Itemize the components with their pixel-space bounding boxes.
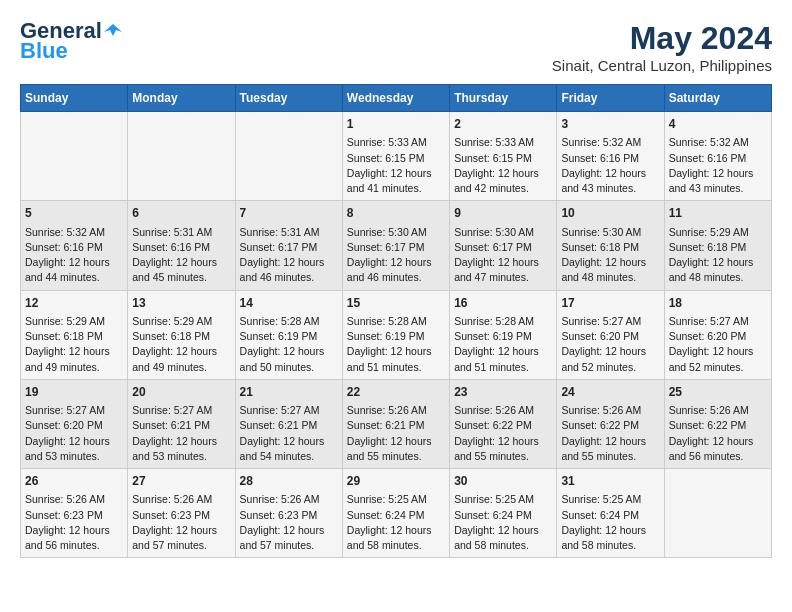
day-number: 16 <box>454 295 552 312</box>
cell-info-line: and 56 minutes. <box>669 449 767 464</box>
page-header: General Blue May 2024 Sinait, Central Lu… <box>20 20 772 74</box>
cell-info-line: Sunrise: 5:25 AM <box>454 492 552 507</box>
calendar-cell: 16Sunrise: 5:28 AMSunset: 6:19 PMDayligh… <box>450 290 557 379</box>
cell-info-line: Daylight: 12 hours <box>240 255 338 270</box>
cell-info-line: Sunset: 6:23 PM <box>240 508 338 523</box>
cell-info-line: and 56 minutes. <box>25 538 123 553</box>
cell-info-line: Daylight: 12 hours <box>347 344 445 359</box>
day-number: 1 <box>347 116 445 133</box>
day-number: 27 <box>132 473 230 490</box>
header-tuesday: Tuesday <box>235 85 342 112</box>
cell-info-line: and 55 minutes. <box>454 449 552 464</box>
cell-info-line: Sunrise: 5:31 AM <box>240 225 338 240</box>
calendar-cell: 23Sunrise: 5:26 AMSunset: 6:22 PMDayligh… <box>450 379 557 468</box>
cell-info-line: Sunset: 6:16 PM <box>561 151 659 166</box>
cell-info-line: Sunrise: 5:28 AM <box>454 314 552 329</box>
day-number: 28 <box>240 473 338 490</box>
cell-info-line: and 42 minutes. <box>454 181 552 196</box>
day-number: 26 <box>25 473 123 490</box>
cell-info-line: Daylight: 12 hours <box>240 344 338 359</box>
day-number: 2 <box>454 116 552 133</box>
day-number: 29 <box>347 473 445 490</box>
cell-info-line: and 52 minutes. <box>669 360 767 375</box>
cell-info-line: Daylight: 12 hours <box>132 523 230 538</box>
calendar-cell: 30Sunrise: 5:25 AMSunset: 6:24 PMDayligh… <box>450 469 557 558</box>
cell-info-line: Sunrise: 5:25 AM <box>561 492 659 507</box>
cell-info-line: Sunrise: 5:33 AM <box>454 135 552 150</box>
cell-info-line: Sunrise: 5:30 AM <box>454 225 552 240</box>
cell-info-line: Sunset: 6:19 PM <box>240 329 338 344</box>
calendar-cell: 18Sunrise: 5:27 AMSunset: 6:20 PMDayligh… <box>664 290 771 379</box>
day-number: 7 <box>240 205 338 222</box>
calendar-cell: 31Sunrise: 5:25 AMSunset: 6:24 PMDayligh… <box>557 469 664 558</box>
logo-blue: Blue <box>20 40 68 62</box>
cell-info-line: Sunset: 6:20 PM <box>25 418 123 433</box>
cell-info-line: Sunset: 6:19 PM <box>454 329 552 344</box>
cell-info-line: and 55 minutes. <box>561 449 659 464</box>
cell-info-line: Sunrise: 5:29 AM <box>669 225 767 240</box>
cell-info-line: Daylight: 12 hours <box>240 434 338 449</box>
cell-info-line: Daylight: 12 hours <box>561 434 659 449</box>
cell-info-line: and 51 minutes. <box>347 360 445 375</box>
day-number: 4 <box>669 116 767 133</box>
calendar-cell: 10Sunrise: 5:30 AMSunset: 6:18 PMDayligh… <box>557 201 664 290</box>
cell-info-line: Daylight: 12 hours <box>132 255 230 270</box>
cell-info-line: Sunset: 6:16 PM <box>669 151 767 166</box>
logo: General Blue <box>20 20 122 62</box>
day-number: 23 <box>454 384 552 401</box>
day-number: 20 <box>132 384 230 401</box>
calendar-cell <box>235 112 342 201</box>
calendar-header-row: Sunday Monday Tuesday Wednesday Thursday… <box>21 85 772 112</box>
cell-info-line: and 44 minutes. <box>25 270 123 285</box>
calendar-cell: 29Sunrise: 5:25 AMSunset: 6:24 PMDayligh… <box>342 469 449 558</box>
cell-info-line: and 45 minutes. <box>132 270 230 285</box>
day-number: 31 <box>561 473 659 490</box>
day-number: 19 <box>25 384 123 401</box>
calendar-cell: 26Sunrise: 5:26 AMSunset: 6:23 PMDayligh… <box>21 469 128 558</box>
day-number: 11 <box>669 205 767 222</box>
header-monday: Monday <box>128 85 235 112</box>
cell-info-line: and 43 minutes. <box>669 181 767 196</box>
calendar-cell: 24Sunrise: 5:26 AMSunset: 6:22 PMDayligh… <box>557 379 664 468</box>
cell-info-line: Sunset: 6:17 PM <box>347 240 445 255</box>
cell-info-line: Daylight: 12 hours <box>669 166 767 181</box>
cell-info-line: Daylight: 12 hours <box>454 523 552 538</box>
cell-info-line: Daylight: 12 hours <box>454 344 552 359</box>
cell-info-line: Sunset: 6:17 PM <box>454 240 552 255</box>
calendar-cell <box>21 112 128 201</box>
cell-info-line: Sunset: 6:24 PM <box>347 508 445 523</box>
cell-info-line: Daylight: 12 hours <box>25 434 123 449</box>
cell-info-line: Sunset: 6:21 PM <box>132 418 230 433</box>
cell-info-line: Sunset: 6:23 PM <box>25 508 123 523</box>
cell-info-line: and 57 minutes. <box>132 538 230 553</box>
cell-info-line: Sunrise: 5:29 AM <box>132 314 230 329</box>
cell-info-line: Sunrise: 5:28 AM <box>347 314 445 329</box>
cell-info-line: Daylight: 12 hours <box>347 523 445 538</box>
cell-info-line: Sunrise: 5:30 AM <box>347 225 445 240</box>
cell-info-line: Sunrise: 5:26 AM <box>561 403 659 418</box>
cell-info-line: Sunset: 6:21 PM <box>240 418 338 433</box>
day-number: 30 <box>454 473 552 490</box>
cell-info-line: Sunrise: 5:32 AM <box>669 135 767 150</box>
day-number: 18 <box>669 295 767 312</box>
cell-info-line: Sunset: 6:24 PM <box>454 508 552 523</box>
cell-info-line: Daylight: 12 hours <box>561 523 659 538</box>
cell-info-line: Daylight: 12 hours <box>561 344 659 359</box>
cell-info-line: Daylight: 12 hours <box>347 166 445 181</box>
cell-info-line: Sunset: 6:22 PM <box>561 418 659 433</box>
calendar-cell: 28Sunrise: 5:26 AMSunset: 6:23 PMDayligh… <box>235 469 342 558</box>
cell-info-line: Daylight: 12 hours <box>669 434 767 449</box>
cell-info-line: Sunset: 6:20 PM <box>561 329 659 344</box>
cell-info-line: and 55 minutes. <box>347 449 445 464</box>
header-friday: Friday <box>557 85 664 112</box>
cell-info-line: and 49 minutes. <box>25 360 123 375</box>
cell-info-line: Sunset: 6:24 PM <box>561 508 659 523</box>
cell-info-line: and 58 minutes. <box>454 538 552 553</box>
cell-info-line: Sunrise: 5:27 AM <box>25 403 123 418</box>
calendar-cell: 4Sunrise: 5:32 AMSunset: 6:16 PMDaylight… <box>664 112 771 201</box>
cell-info-line: Sunrise: 5:26 AM <box>347 403 445 418</box>
cell-info-line: Sunset: 6:22 PM <box>454 418 552 433</box>
day-number: 3 <box>561 116 659 133</box>
calendar-cell: 15Sunrise: 5:28 AMSunset: 6:19 PMDayligh… <box>342 290 449 379</box>
calendar-cell: 13Sunrise: 5:29 AMSunset: 6:18 PMDayligh… <box>128 290 235 379</box>
